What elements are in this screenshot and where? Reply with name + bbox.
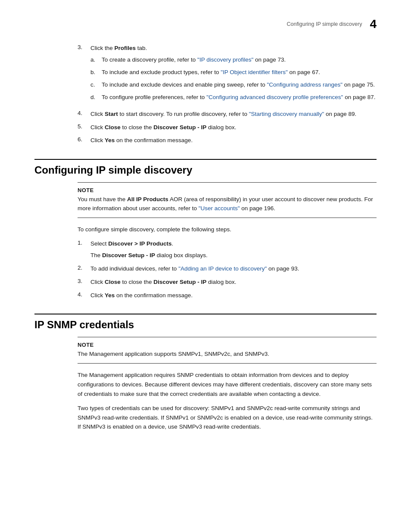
step-4-bold1: Start — [105, 111, 118, 117]
s3-text3: dialog box. — [206, 279, 236, 285]
step-6-bold1: Yes — [105, 137, 115, 143]
section2-para2: Two types of credentials can be used for… — [78, 404, 377, 432]
step-5-text2: to close the — [121, 124, 154, 131]
s3-text: Click — [90, 279, 105, 285]
s4-text: Click — [90, 292, 105, 299]
s4-bold: Yes — [105, 292, 115, 299]
page-header: Configuring IP simple discovery 4 — [34, 17, 377, 31]
step-3-number: 3. — [78, 44, 85, 50]
sub-b-content: To include and exclude product types, re… — [102, 68, 377, 77]
step-4-content: Click Start to start discovery. To run p… — [90, 110, 377, 119]
step-4-link[interactable]: "Starting discovery manually" — [249, 111, 324, 117]
s3-bold2: Discover Setup - IP — [153, 279, 206, 285]
sub-a-text: To create a discovery profile, refer to — [102, 56, 197, 63]
s3-number: 3. — [78, 278, 85, 284]
header-section-title: Configuring IP simple discovery — [287, 21, 362, 27]
page: Configuring IP simple discovery 4 3. Cli… — [0, 0, 411, 532]
sub-b-letter: b. — [90, 68, 97, 77]
section1-para1: To configure simple discovery, complete … — [78, 225, 377, 234]
section1-note-box: NOTE You must have the All IP Products A… — [78, 182, 377, 218]
s1-text2: . — [171, 240, 173, 247]
step-5-bold1: Close — [105, 124, 121, 131]
step-3-text-before: Click the — [90, 45, 115, 51]
step-6-text: Click — [90, 137, 105, 143]
note-link[interactable]: "User accounts" — [199, 205, 240, 212]
sub-a-link[interactable]: "IP discovery profiles" — [197, 56, 253, 63]
step-3: 3. Click the Profiles tab. a. To create … — [78, 44, 377, 106]
section2-note-text: The Management application supports SNMP… — [78, 350, 377, 359]
section2-heading: IP SNMP credentials — [34, 314, 377, 331]
section2-para1: The Management application requires SNMP… — [78, 370, 377, 398]
note-text-before: You must have the — [78, 196, 127, 202]
s4-text2: on the confirmation message. — [115, 292, 193, 299]
section1-step-1: 1. Select Discover > IP Products. The Di… — [78, 240, 377, 260]
sub-c-text-after: on page 75. — [342, 81, 375, 88]
sub-a-letter: a. — [90, 56, 97, 65]
sub-step-a: a. To create a discovery profile, refer … — [90, 56, 377, 65]
step-5-number: 5. — [78, 123, 85, 130]
step-6-content: Click Yes on the confirmation message. — [90, 136, 377, 145]
sub-d-content: To configure profile preferences, refer … — [102, 93, 377, 102]
sub-c-link[interactable]: "Configuring address ranges" — [267, 81, 342, 88]
section2: IP SNMP credentials NOTE The Management … — [34, 314, 377, 431]
sub-c-content: To include and exclude devices and enabl… — [102, 81, 377, 90]
sub-d-link[interactable]: "Configuring advanced discovery profile … — [206, 94, 343, 100]
s1-bold: Discover > IP Products — [108, 240, 171, 247]
step-4-text2: to start discovery. To run profile disco… — [118, 111, 249, 117]
sub-d-letter: d. — [90, 93, 97, 102]
section1-note-label: NOTE — [78, 187, 377, 193]
step-3-text-after: tab. — [136, 45, 147, 51]
section2-note-label: NOTE — [78, 342, 377, 348]
section1-heading: Configuring IP simple discovery — [34, 159, 377, 176]
section2-note-box: NOTE The Management application supports… — [78, 337, 377, 364]
sub-b-text-after: on page 67. — [288, 69, 320, 75]
step-3-content: Click the Profiles tab. a. To create a d… — [90, 44, 377, 106]
section1-note-text: You must have the All IP Products AOR (a… — [78, 195, 377, 213]
sub-steps-list: a. To create a discovery profile, refer … — [90, 56, 377, 102]
section1: Configuring IP simple discovery NOTE You… — [34, 159, 377, 300]
section1-steps: 1. Select Discover > IP Products. The Di… — [78, 240, 377, 300]
note-bold: All IP Products — [127, 196, 168, 202]
s1-sub-bold: Discover Setup - IP — [102, 252, 155, 258]
sub-step-c: c. To include and exclude devices and en… — [90, 81, 377, 90]
step-4-number: 4. — [78, 110, 85, 116]
step-4-text: Click — [90, 111, 105, 117]
sub-d-text-after: on page 87. — [343, 94, 375, 100]
s2-content: To add individual devices, refer to "Add… — [90, 264, 377, 274]
section1-step-2: 2. To add individual devices, refer to "… — [78, 264, 377, 274]
step-4: 4. Click Start to start discovery. To ru… — [78, 110, 377, 119]
s1-number: 1. — [78, 240, 85, 246]
s2-text2: on page 93. — [267, 265, 299, 272]
step-5-text: Click — [90, 124, 105, 131]
step-5-text3: dialog box. — [206, 124, 236, 131]
s1-content: Select Discover > IP Products. The Disco… — [90, 240, 377, 260]
step-5-content: Click Close to close the Discover Setup … — [90, 123, 377, 132]
page-number: 4 — [370, 17, 377, 31]
note-text3: on page 196. — [240, 205, 276, 212]
step-4-text3: on page 89. — [324, 111, 356, 117]
s1-sub-text: dialog box displays. — [155, 252, 208, 258]
step-6-number: 6. — [78, 136, 85, 143]
sub-step-b: b. To include and exclude product types,… — [90, 68, 377, 77]
s1-sub-para: The Discover Setup - IP dialog box displ… — [90, 251, 377, 260]
s3-text2: to close the — [121, 279, 154, 285]
step-5-bold2: Discover Setup - IP — [153, 124, 206, 131]
s3-content: Click Close to close the Discover Setup … — [90, 278, 377, 287]
s1-text: Select — [90, 240, 108, 247]
sub-b-link[interactable]: "IP Object identifier filters" — [221, 69, 288, 75]
step-5: 5. Click Close to close the Discover Set… — [78, 123, 377, 132]
sub-b-text: To include and exclude product types, re… — [102, 69, 221, 75]
s4-content: Click Yes on the confirmation message. — [90, 291, 377, 300]
s2-number: 2. — [78, 264, 85, 271]
s2-text: To add individual devices, refer to — [90, 265, 178, 272]
sub-c-text: To include and exclude devices and enabl… — [102, 81, 267, 88]
step-3-bold: Profiles — [115, 45, 136, 51]
step-6: 6. Click Yes on the confirmation message… — [78, 136, 377, 145]
sub-a-content: To create a discovery profile, refer to … — [102, 56, 377, 65]
s3-bold1: Close — [105, 279, 121, 285]
section1-step-3: 3. Click Close to close the Discover Set… — [78, 278, 377, 287]
sub-step-d: d. To configure profile preferences, ref… — [90, 93, 377, 102]
section2-content: NOTE The Management application supports… — [34, 337, 377, 431]
s2-link[interactable]: "Adding an IP device to discovery" — [178, 265, 267, 272]
step-6-text2: on the confirmation message. — [115, 137, 193, 143]
